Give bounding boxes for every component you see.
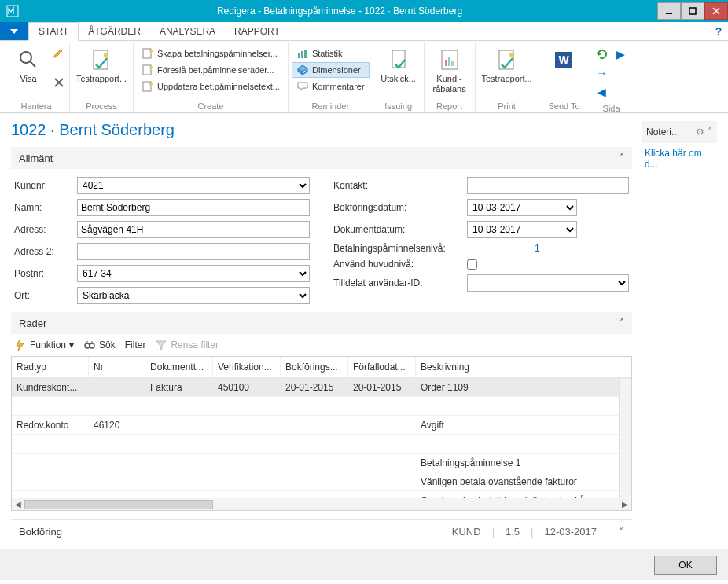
- grid-body[interactable]: Kundreskont...Faktura45010020-01-201520-…: [12, 378, 631, 498]
- ok-button[interactable]: OK: [654, 556, 717, 575]
- adress-input[interactable]: [77, 221, 310, 238]
- form-allmant: Kundnr:4021 Namn: Adress: Adress 2: Post…: [11, 169, 632, 312]
- refresh-icon[interactable]: [595, 47, 609, 61]
- col-dokumenttyp[interactable]: Dokumentt...: [145, 357, 213, 377]
- tab-start[interactable]: START: [28, 22, 79, 41]
- noteringar-link[interactable]: Klicka här om d...: [645, 148, 702, 170]
- col-forfallodat[interactable]: Förfallodat...: [348, 357, 416, 377]
- section-rader-header[interactable]: Rader ˄: [11, 312, 632, 334]
- adress2-input[interactable]: [77, 243, 310, 260]
- bokforingsdatum-select[interactable]: 10-03-2017: [467, 199, 577, 216]
- ribbon-group-report: Kund - råbalans Report: [425, 42, 476, 112]
- funktion-menu[interactable]: Funktion ▾: [14, 339, 74, 351]
- svg-rect-24: [448, 57, 450, 66]
- svg-point-32: [90, 343, 94, 348]
- tab-atgarder[interactable]: ÅTGÄRDER: [79, 22, 150, 40]
- table-row[interactable]: [12, 397, 631, 416]
- doc-update-icon: [142, 80, 154, 93]
- gear-icon[interactable]: ⚙: [696, 127, 704, 138]
- sok-button[interactable]: Sök: [83, 339, 116, 351]
- svg-point-17: [149, 83, 153, 86]
- section-allmant-header[interactable]: Allmänt ˄: [11, 147, 632, 169]
- namn-input[interactable]: [77, 199, 310, 216]
- chart-icon: [437, 47, 462, 72]
- rader-toolbar: Funktion ▾ Sök Filter Rensa filter: [11, 334, 632, 356]
- ribbon-group-sendto: W Send To: [539, 42, 590, 112]
- statistik-button[interactable]: Statistik: [292, 46, 370, 61]
- col-nr[interactable]: Nr: [89, 357, 145, 377]
- ribbon-group-hantera: Visa Hantera: [3, 42, 70, 112]
- dimensioner-button[interactable]: Dimensioner: [292, 62, 370, 78]
- print-report-icon: [495, 47, 520, 72]
- section-noteringar-header[interactable]: Noteri... ⚙˄: [642, 121, 717, 143]
- chevron-up-icon: ˄: [620, 152, 624, 163]
- dokumentdatum-select[interactable]: 10-03-2017: [467, 221, 577, 238]
- kontakt-input[interactable]: [467, 177, 629, 194]
- skapa-button[interactable]: Skapa betalningspåminnelser...: [137, 46, 285, 61]
- table-row[interactable]: [12, 435, 631, 454]
- close-button[interactable]: [704, 2, 728, 20]
- ribbon-group-label: Send To: [542, 100, 586, 112]
- rensa-filter-button[interactable]: Rensa filter: [155, 339, 219, 351]
- scroll-right-icon[interactable]: ▶: [619, 498, 631, 511]
- delete-icon[interactable]: [52, 75, 66, 90]
- ribbon-group-label: Hantera: [6, 100, 66, 112]
- rader-grid: Radtyp Nr Dokumentt... Verifikation... B…: [11, 356, 632, 498]
- table-row[interactable]: Kundreskont...Faktura45010020-01-201520-…: [12, 378, 631, 397]
- section-bokforing[interactable]: Bokföring KUND | 1,5 | 12-03-2017 ˅: [11, 519, 632, 544]
- foresla-button[interactable]: Föreslå bet.påminnelserader...: [137, 62, 285, 78]
- uppdatera-button[interactable]: Uppdatera bet.påminnelsetext...: [137, 79, 285, 94]
- filter-button[interactable]: Filter: [125, 340, 146, 351]
- ribbon-group-label: Create: [137, 100, 285, 112]
- col-bokforings[interactable]: Bokförings...: [281, 357, 348, 377]
- testrapport-button[interactable]: Testrapport...: [73, 44, 130, 87]
- col-radtyp[interactable]: Radtyp: [12, 357, 89, 377]
- minimize-button[interactable]: [657, 2, 681, 20]
- col-verifikation[interactable]: Verifikation...: [213, 357, 281, 377]
- table-row[interactable]: Vänligen betala ovanstående fakturor: [12, 472, 631, 491]
- grid-header: Radtyp Nr Dokumentt... Verifikation... B…: [12, 357, 631, 378]
- kund-rabalans-button[interactable]: Kund - råbalans: [428, 44, 472, 97]
- ribbon-group-issuing: Utskick... Issuing: [373, 42, 425, 112]
- scroll-left-icon[interactable]: ◀: [12, 498, 24, 511]
- visa-button[interactable]: Visa: [6, 44, 50, 87]
- comments-icon: [296, 80, 309, 93]
- grid-hscroll[interactable]: ◀ ▶: [11, 498, 632, 511]
- ribbon-group-print: Testrapport... Print: [476, 42, 539, 112]
- tab-rapport[interactable]: RAPPORT: [225, 22, 289, 40]
- next-icon[interactable]: →: [595, 66, 609, 80]
- ribbon-group-label: Process: [73, 100, 130, 112]
- ort-select[interactable]: Skärblacka: [77, 287, 310, 304]
- postnr-select[interactable]: 617 34: [77, 265, 310, 282]
- svg-marker-5: [10, 29, 18, 34]
- funnel-clear-icon: [155, 339, 167, 351]
- sendto-word-button[interactable]: W: [542, 44, 586, 77]
- help-button[interactable]: ?: [709, 22, 728, 40]
- svg-point-15: [149, 66, 153, 69]
- bokforing-kund: KUND: [452, 526, 481, 538]
- col-beskrivning[interactable]: Beskrivning: [416, 357, 612, 377]
- svg-point-6: [20, 52, 31, 63]
- table-row[interactable]: Betalningspåminnelse 1: [12, 454, 631, 472]
- table-row[interactable]: Redov.konto46120Avgift: [12, 416, 631, 435]
- grid-vscroll[interactable]: [619, 379, 631, 498]
- maximize-button[interactable]: [681, 2, 704, 20]
- print-testrapport-button[interactable]: Testrapport...: [479, 44, 535, 87]
- svg-rect-25: [451, 61, 454, 66]
- kundnr-select[interactable]: 4021: [77, 177, 310, 194]
- huvudniva-checkbox[interactable]: [467, 259, 477, 270]
- prev-icon[interactable]: ◀: [595, 85, 609, 99]
- titlebar: Redigera - Betalningspåminnelse - 1022 ·…: [0, 0, 728, 22]
- ribbon-group-reminder: Statistik Dimensioner Kommentarer Remind…: [289, 42, 373, 112]
- table-row[interactable]: Om du redan betalt ber vi dig bortse frå: [12, 491, 631, 498]
- tab-analysera[interactable]: ANALYSERA: [150, 22, 225, 40]
- play-icon[interactable]: ▶: [614, 47, 628, 61]
- niva-value[interactable]: 1: [535, 243, 540, 254]
- anvandarid-select[interactable]: [467, 274, 629, 292]
- ribbon-group-label: Issuing: [377, 100, 421, 112]
- file-menu-button[interactable]: [0, 22, 28, 40]
- kommentarer-button[interactable]: Kommentarer: [292, 79, 370, 94]
- scroll-thumb[interactable]: [24, 500, 213, 509]
- edit-icon[interactable]: [52, 46, 66, 60]
- utskick-button[interactable]: Utskick...: [377, 44, 421, 87]
